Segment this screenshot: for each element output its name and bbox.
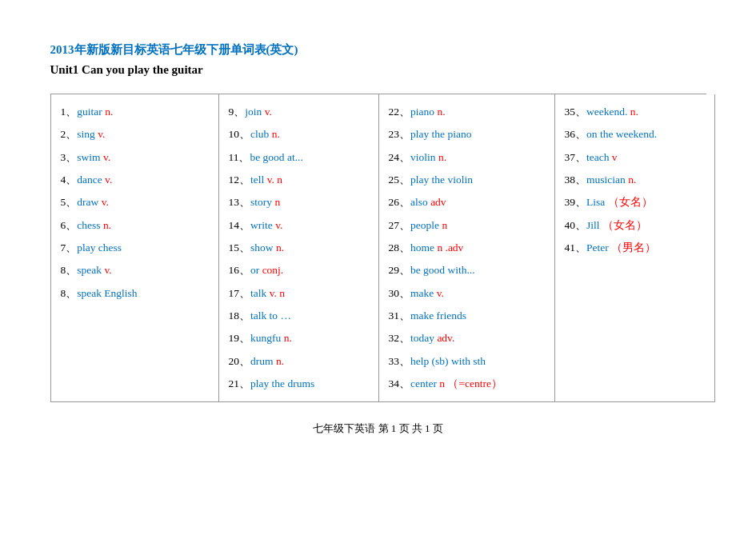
list-item: 1、guitar n. <box>61 101 209 123</box>
entry-pos: n <box>439 219 447 231</box>
entry-number: 22、 <box>389 106 411 118</box>
entry-word: kungfu <box>250 332 281 344</box>
entry-word: play the violin <box>410 174 473 186</box>
entry-number: 10、 <box>229 128 251 140</box>
list-item: 34、center n （=centre） <box>389 373 545 395</box>
entry-word: be good with... <box>410 264 475 276</box>
entry-pos: n. <box>274 242 285 254</box>
entry-pos: n. <box>101 219 112 231</box>
entry-number: 5、 <box>61 196 78 208</box>
entry-pos: n. <box>102 106 114 118</box>
footer-text: 七年级下英语 第 1 页 共 1 页 <box>50 421 706 436</box>
entry-pos: n. <box>436 151 447 163</box>
entry-word: help (sb) with sth <box>410 355 486 367</box>
entry-pos: v. n <box>266 287 285 299</box>
entry-word: also <box>410 196 428 208</box>
list-item: 2、sing v. <box>61 123 209 146</box>
entry-number: 3、 <box>61 151 78 163</box>
entry-pos: adv. <box>434 332 454 344</box>
entry-pos: n （=centre） <box>437 377 502 389</box>
list-item: 38、musician n. <box>565 169 705 191</box>
entry-word: write <box>250 219 273 231</box>
entry-number: 9、 <box>229 106 246 118</box>
entry-number: 27、 <box>389 219 411 231</box>
entry-pos: n. <box>269 128 280 140</box>
page-title: 2013年新版新目标英语七年级下册单词表(英文) <box>50 40 706 59</box>
entry-number: 37、 <box>565 151 587 163</box>
entry-word: chess <box>77 219 100 231</box>
entry-number: 25、 <box>389 174 411 186</box>
entry-number: 11、 <box>229 151 250 163</box>
entry-number: 39、 <box>565 196 587 208</box>
entry-pos: v. <box>98 196 109 208</box>
list-item: 33、help (sb) with sth <box>389 350 545 373</box>
list-item: 14、write v. <box>229 214 369 237</box>
header-section: 2013年新版新目标英语七年级下册单词表(英文) Unit1 Can you p… <box>50 40 706 81</box>
entry-pos: n. <box>627 106 638 118</box>
entry-pos: n. <box>281 332 292 344</box>
list-item: 32、today adv. <box>389 327 545 349</box>
entry-word: musician <box>586 174 626 186</box>
entry-pos: n. <box>626 174 637 186</box>
entry-number: 14、 <box>229 219 251 231</box>
entry-number: 35、 <box>565 106 587 118</box>
list-item: 27、people n <box>389 214 545 237</box>
entry-word: make friends <box>410 309 466 321</box>
page-container: 2013年新版新目标英语七年级下册单词表(英文) Unit1 Can you p… <box>34 24 722 452</box>
entry-word: guitar <box>77 106 102 118</box>
entry-number: 7、 <box>61 242 78 254</box>
entry-number: 15、 <box>229 242 251 254</box>
list-item: 8、speak v. <box>61 259 209 281</box>
entry-number: 2、 <box>61 128 78 140</box>
entry-word: talk <box>250 287 266 299</box>
entry-pos: （女名） <box>605 196 652 208</box>
entry-number: 33、 <box>389 355 411 367</box>
list-item: 5、draw v. <box>61 191 209 214</box>
entry-word: draw <box>77 196 98 208</box>
entry-number: 4、 <box>61 174 78 186</box>
entry-word: show <box>250 242 274 254</box>
entry-pos: n. <box>274 355 285 367</box>
entry-word: speak <box>77 264 102 276</box>
list-item: 25、play the violin <box>389 169 545 191</box>
list-item: 4、dance v. <box>61 169 209 191</box>
entry-number: 17、 <box>229 287 251 299</box>
entry-pos: v. <box>273 219 283 231</box>
entry-pos: adv <box>428 196 446 208</box>
entry-word: dance <box>77 174 102 186</box>
list-item: 15、show n. <box>229 237 369 259</box>
entry-pos: v. <box>95 128 106 140</box>
list-item: 9、join v. <box>229 101 369 123</box>
entry-word: tell <box>250 174 264 186</box>
entry-number: 34、 <box>389 377 411 389</box>
entry-word: story <box>250 196 272 208</box>
entry-word: people <box>410 219 439 231</box>
entry-number: 41、 <box>565 242 587 254</box>
list-item: 17、talk v. n <box>229 282 369 305</box>
list-item: 26、also adv <box>389 191 545 214</box>
column-3: 22、piano n.23、play the piano24、violin n.… <box>379 94 555 402</box>
entry-number: 32、 <box>389 332 411 344</box>
entry-number: 40、 <box>565 219 587 231</box>
list-item: 29、be good with... <box>389 259 545 281</box>
entry-number: 31、 <box>389 309 411 321</box>
entry-pos: v. n <box>264 174 282 186</box>
entry-word: Jill <box>586 219 600 231</box>
entry-number: 30、 <box>389 287 411 299</box>
entry-number: 16、 <box>229 264 251 276</box>
entry-word: sing <box>77 128 95 140</box>
entry-number: 21、 <box>229 377 251 389</box>
entry-pos: v <box>609 151 617 163</box>
list-item: 22、piano n. <box>389 101 545 123</box>
entry-word: home <box>410 242 434 254</box>
entry-number: 8、 <box>61 264 78 276</box>
entry-word: center <box>410 377 437 389</box>
list-item: 19、kungfu n. <box>229 327 369 349</box>
entry-word: teach <box>586 151 609 163</box>
entry-pos: （男名） <box>609 242 656 254</box>
entry-pos: conj. <box>259 264 283 276</box>
entry-number: 26、 <box>389 196 411 208</box>
entry-word: violin <box>410 151 436 163</box>
entry-number: 36、 <box>565 128 587 140</box>
entry-word: weekend. <box>586 106 627 118</box>
